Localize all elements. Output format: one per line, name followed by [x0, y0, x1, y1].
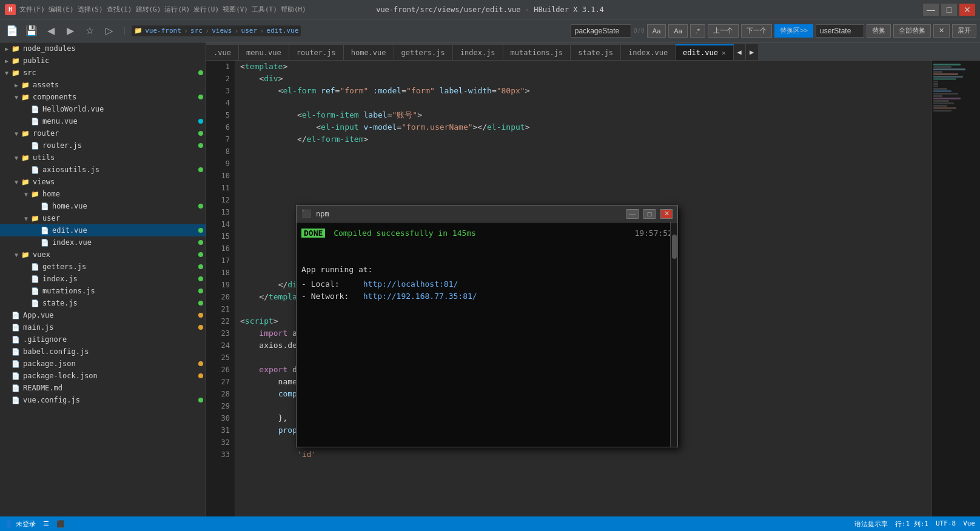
tree-item-readme[interactable]: ▶ 📄 README.md [0, 382, 206, 394]
tab-index-js[interactable]: index.js [453, 44, 503, 60]
new-file-button[interactable]: 📄 [4, 22, 21, 39]
view-menu[interactable]: 视图(V) [223, 5, 248, 14]
forward-button[interactable]: ▶ [62, 22, 79, 39]
terminal-scrollbar[interactable] [670, 222, 677, 447]
tab-getters-js[interactable]: getters.js [394, 44, 453, 60]
status-console[interactable]: ⬛ [56, 520, 65, 528]
back-button[interactable]: ◀ [42, 22, 59, 39]
modified-badge [198, 373, 203, 378]
tab-index-vue[interactable]: index.vue [621, 44, 676, 60]
close-button[interactable]: ✕ [959, 4, 975, 16]
tree-item-gitignore[interactable]: ▶ 📄 .gitignore [0, 333, 206, 346]
file-menu[interactable]: 文件(F) [19, 5, 45, 14]
tree-item-public[interactable]: ▶ 📁 public [0, 55, 206, 67]
tree-item-components[interactable]: ▼ 📁 components [0, 91, 206, 103]
tree-item-home-folder[interactable]: ▼ 📁 home [0, 188, 206, 200]
line-num-8: 8 [206, 145, 230, 158]
find-menu[interactable]: 查找(I) [107, 5, 132, 14]
tree-item-user-folder[interactable]: ▼ 📁 user [0, 212, 206, 224]
bc-src[interactable]: src [190, 27, 203, 35]
tree-item-package-lock[interactable]: ▶ 📄 package-lock.json [0, 370, 206, 382]
tab-edit-vue[interactable]: edit.vue × [676, 44, 733, 60]
terminal-maximize-button[interactable]: □ [643, 209, 656, 219]
find-prev-button[interactable]: 上一个 [708, 24, 739, 38]
tree-item-getters[interactable]: ▶ 📄 getters.js [0, 261, 206, 273]
tree-item-edit-vue[interactable]: ▶ 📄 edit.vue [0, 224, 206, 236]
network-url[interactable]: http://192.168.77.35:81/ [363, 292, 477, 301]
tree-item-mutations[interactable]: ▶ 📄 mutations.js [0, 285, 206, 297]
tree-item-helloworld[interactable]: ▶ 📄 HelloWorld.vue [0, 103, 206, 115]
tree-item-router-js[interactable]: ▶ 📄 router.js [0, 139, 206, 152]
tree-item-index-js[interactable]: ▶ 📄 index.js [0, 273, 206, 285]
tree-label: menu.vue [42, 117, 78, 125]
line-num-25: 25 [206, 352, 230, 364]
tab-mutations-js[interactable]: mutations.js [503, 44, 571, 60]
find-next-button[interactable]: 下一个 [741, 24, 772, 38]
tab-menu-vue[interactable]: menu.vue [239, 44, 289, 60]
bc-edit-vue[interactable]: edit.vue [266, 27, 298, 35]
expand-arrow: ▼ [12, 130, 21, 137]
code-line-12 [240, 194, 931, 206]
case-button[interactable]: Aa [647, 24, 666, 38]
close-find-button[interactable]: ✕ [933, 24, 950, 38]
tree-item-router[interactable]: ▼ 📁 router [0, 127, 206, 139]
tab-home-vue[interactable]: home.vue [344, 44, 394, 60]
tree-item-utils[interactable]: ▼ 📁 utils [0, 152, 206, 164]
expand-button[interactable]: 展开 [952, 24, 976, 38]
tree-item-package-json[interactable]: ▶ 📄 package.json [0, 358, 206, 370]
tab-state-js[interactable]: state.js [571, 44, 621, 60]
word-button[interactable]: Aa [668, 24, 687, 38]
tree-item-vuex[interactable]: ▼ 📁 vuex [0, 249, 206, 261]
tab-arrow-left[interactable]: ◀ [734, 44, 746, 60]
star-button[interactable]: ☆ [81, 22, 98, 39]
tree-item-main-js[interactable]: ▶ 📄 main.js [0, 321, 206, 333]
save-button[interactable]: 💾 [23, 22, 40, 39]
tab-arrow-right[interactable]: ▶ [746, 44, 758, 60]
replace-one-button[interactable]: 替换 [867, 24, 891, 38]
find-input[interactable] [571, 24, 631, 38]
tab-dot-vue[interactable]: .vue [206, 44, 239, 60]
line-num-29: 29 [206, 400, 230, 412]
bc-vue-front[interactable]: vue-front [145, 27, 181, 35]
tree-item-vue-config[interactable]: ▶ 📄 vue.config.js [0, 394, 206, 406]
goto-menu[interactable]: 跳转(G) [136, 5, 161, 14]
bc-views[interactable]: views [212, 27, 232, 35]
terminal-close-button[interactable]: ✕ [660, 209, 673, 219]
help-menu[interactable]: 帮助(H) [281, 5, 306, 14]
tree-label: router.js [42, 141, 82, 150]
tree-item-index-vue[interactable]: ▶ 📄 index.vue [0, 236, 206, 249]
run-button[interactable]: ▷ [101, 22, 118, 39]
regex-button[interactable]: .* [690, 24, 705, 38]
tree-item-node-modules[interactable]: ▶ 📁 node_modules [0, 42, 206, 55]
tree-item-src[interactable]: ▼ 📁 src [0, 67, 206, 79]
replace-all-button[interactable]: 全部替换 [893, 24, 931, 38]
modified-badge [198, 361, 203, 366]
toolbar: 📄 💾 ◀ ▶ ☆ ▷ | 📁 vue-front › src › views … [0, 19, 980, 42]
minimize-button[interactable]: — [923, 4, 939, 16]
maximize-button[interactable]: □ [941, 4, 957, 16]
terminal-minimize-button[interactable]: — [626, 209, 639, 219]
replace-input[interactable] [816, 24, 864, 38]
tree-item-views[interactable]: ▼ 📁 views [0, 176, 206, 188]
local-url[interactable]: http://localhost:81/ [363, 279, 458, 289]
tree-item-assets[interactable]: ▶ 📁 assets [0, 79, 206, 91]
publish-menu[interactable]: 发行(U) [193, 5, 219, 14]
edit-menu[interactable]: 编辑(E) [49, 5, 74, 14]
tree-item-axiosutils[interactable]: ▶ 📄 axiosutils.js [0, 164, 206, 176]
file-icon: 📄 [30, 298, 40, 308]
run-menu[interactable]: 运行(R) [164, 5, 190, 14]
tab-close-icon[interactable]: × [722, 49, 726, 57]
tree-item-state[interactable]: ▶ 📄 state.js [0, 297, 206, 309]
tree-item-menu-vue[interactable]: ▶ 📄 menu.vue [0, 115, 206, 127]
tree-item-home-vue[interactable]: ▶ 📄 home.vue [0, 200, 206, 212]
bc-user[interactable]: user [241, 27, 258, 35]
status-outline[interactable]: ☰ [43, 520, 49, 528]
tools-menu[interactable]: 工具(T) [252, 5, 277, 14]
status-login[interactable]: 👤 未登录 [5, 519, 36, 529]
line-num-20: 20 [206, 291, 230, 303]
tab-router-js[interactable]: router.js [289, 44, 344, 60]
tree-item-babel[interactable]: ▶ 📄 babel.config.js [0, 346, 206, 358]
replace-area-button[interactable]: 替换区>> [774, 24, 813, 38]
tree-item-app-vue[interactable]: ▶ 📄 App.vue [0, 309, 206, 321]
select-menu[interactable]: 选择(S) [78, 5, 103, 14]
